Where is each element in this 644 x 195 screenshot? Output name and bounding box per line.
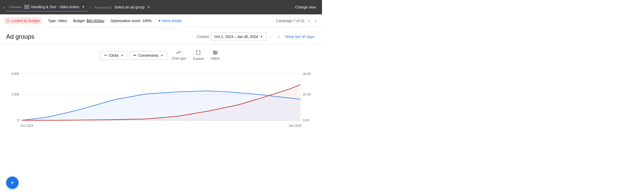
optimization-value: 100% [142,19,151,23]
y-label-0: 0 [17,119,19,122]
adjust-label: Adjust [211,57,219,60]
show-last-30-button[interactable]: Show last 30 days [283,33,316,40]
limited-budget-badge: ⚠ Limited by budget [4,17,42,24]
conversions-metric-button[interactable]: Conversions ▼ [129,51,167,60]
date-controls: Custom Oct 1, 2023 – Jan 30, 2024 ▼ ‹ › … [197,32,316,41]
optimization-info: Optimization score: 100% [111,19,152,23]
clicks-label: Clicks [109,53,119,57]
adgroups-label: Ad groups (1) [95,6,112,9]
nav-right-area: Change view [292,3,319,11]
y-label-right-20: 20.00 [303,93,311,96]
info-bar: ⚠ Limited by budget Type: Video Budget: … [0,14,322,27]
top-navigation: ‹ Campaign Handling & Test - Video Actio… [0,0,322,14]
clicks-dropdown-icon: ▼ [121,54,123,57]
date-range-selector[interactable]: Oct 1, 2023 – Jan 30, 2024 ▼ [211,32,266,41]
type-info: Type: Video [48,19,67,23]
adgroups-select: Select an ad group [114,5,145,9]
svg-point-7 [214,53,215,55]
expand-label: Expand [193,57,204,61]
date-range-arrow-icon: ▼ [260,35,263,38]
y-label-4000: 4,000 [11,72,19,76]
more-details-arrow-icon: ▼ [158,19,161,23]
chart-type-label: Chart type [172,57,186,60]
chart-type-icon [176,50,182,56]
x-label-oct: Oct 2023 [21,124,33,128]
expand-button[interactable]: Expand [191,48,206,62]
more-details-label: More details [162,19,182,23]
custom-label: Custom [197,35,209,39]
type-label: Type: [48,19,57,23]
date-prev-button[interactable]: ‹ [269,33,274,41]
back-chevron-icon[interactable]: ‹ [3,5,5,10]
conversions-color-dot [133,55,136,56]
svg-point-5 [213,51,215,52]
clicks-color-dot [104,55,107,56]
date-range-value: Oct 1, 2023 – Jan 30, 2024 [214,35,258,39]
change-view-button[interactable]: Change view [292,3,319,11]
budget-value[interactable]: $60.00/day [86,19,104,23]
chart-type-button[interactable]: Chart type [169,49,189,62]
svg-rect-1 [25,6,28,8]
section-header: Ad groups Custom Oct 1, 2023 – Jan 30, 2… [0,27,322,44]
date-next-button[interactable]: › [276,33,281,41]
y-label-right-0: 0.00 [303,119,309,122]
limited-budget-text: Limited by budget [11,19,40,23]
breadcrumb-nav: ‹ Campaign Handling & Test - Video Actio… [3,3,153,12]
chart-svg: 4,000 2,000 0 40.00 20.00 0.00 Oct 2023 … [6,66,316,138]
ad-groups-section: Ad groups Custom Oct 1, 2023 – Jan 30, 2… [0,27,322,143]
campaign-prev-button[interactable]: ‹ [307,17,311,24]
campaign-next-button[interactable]: › [313,17,318,24]
svg-point-6 [215,52,217,53]
clicks-metric-button[interactable]: Clicks ▼ [100,51,127,60]
campaign-navigation: Campaign 7 of 22 ‹ › [276,17,318,24]
breadcrumb-separator: › [89,5,91,10]
y-label-right-40: 40.00 [303,72,311,76]
adjust-button[interactable]: Adjust [208,49,222,62]
budget-info: Budget: $60.00/day [73,19,104,23]
campaign-dropdown-arrow[interactable]: ▼ [82,5,85,9]
more-details-button[interactable]: ▼ More details [158,19,182,23]
campaign-name: Handling & Test - Video Action [31,5,79,9]
chart-controls: Clicks ▼ Conversions ▼ Chart type [6,48,316,62]
chart-area: Clicks ▼ Conversions ▼ Chart type [0,44,322,143]
conversions-label: Conversions [138,53,158,57]
optimization-label: Optimization score: [111,19,141,23]
section-title: Ad groups [6,33,197,40]
chart-visualization: 4,000 2,000 0 40.00 20.00 0.00 Oct 2023 … [6,66,316,139]
campaign-icon [24,5,29,9]
expand-icon [196,50,201,56]
adgroups-dropdown-arrow[interactable]: ▼ [147,5,150,9]
campaign-breadcrumb[interactable]: Campaign Handling & Test - Video Action … [6,3,88,12]
type-value: Video [58,19,67,23]
x-label-jan: Jan 2024 [289,124,302,128]
adjust-icon [212,50,218,56]
conversions-dropdown-icon: ▼ [160,54,163,57]
adgroups-breadcrumb[interactable]: Ad groups (1) Select an ad group ▼ [92,3,153,11]
campaign-breadcrumb-label: Campaign [9,5,22,8]
y-label-2000: 2,000 [11,93,19,96]
limited-budget-icon: ⚠ [6,18,10,23]
campaign-counter: Campaign 7 of 22 [276,19,305,23]
budget-label: Budget: [73,19,85,23]
